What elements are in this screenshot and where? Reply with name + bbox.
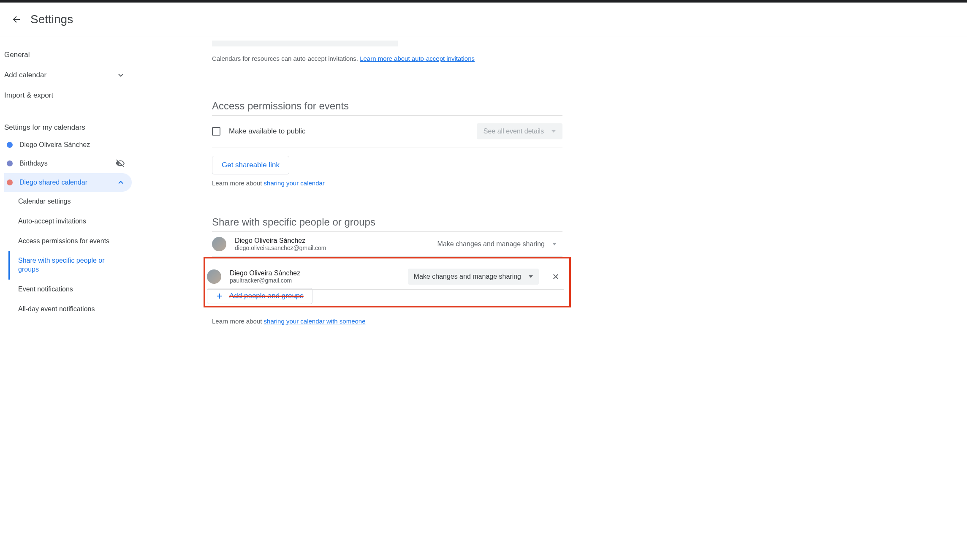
learn-auto-accept-link[interactable]: Learn more about auto-accept invitations [360,55,475,62]
prev-section-remnant [212,41,398,46]
permission-label: Make changes and manage sharing [437,240,545,248]
learn-prefix: Learn more about [212,179,264,187]
make-public-label: Make available to public [229,127,305,136]
auto-accept-caption: Calendars for resources can auto-accept … [212,55,562,62]
sidebar-import-export-label: Import & export [4,91,53,100]
share-person-row: Diego Oliveira Sánchez paultracker@gmail… [207,264,564,290]
subnav-allday-notifications[interactable]: All-day event notifications [8,299,132,319]
plus-icon [216,292,223,300]
sidebar-import-export[interactable]: Import & export [4,85,132,106]
share-person-row-owner: Diego Oliveira Sánchez diego.oliveira.sa… [212,232,562,257]
share-specific-title: Share with specific people or groups [212,216,562,228]
close-icon [552,273,560,280]
person-name: Diego Oliveira Sánchez [235,237,423,245]
get-shareable-link-button[interactable]: Get shareable link [212,156,289,174]
annotation-highlight: Diego Oliveira Sánchez paultracker@gmail… [204,257,571,307]
calendar-label: Diego shared calendar [19,179,110,186]
sidebar-add-calendar[interactable]: Add calendar [4,65,132,85]
subnav-share-specific[interactable]: Share with specific people or groups [8,251,132,280]
calendar-item-birthdays[interactable]: Birthdays [4,154,132,173]
chevron-down-icon [117,71,125,79]
access-permissions-title: Access permissions for events [212,100,562,112]
settings-sidebar: General Add calendar Import & export Set… [0,36,132,371]
subnav-calendar-settings[interactable]: Calendar settings [8,192,132,212]
public-visibility-select: See all event details [477,123,562,139]
arrow-left-icon [12,14,22,24]
learn-prefix: Learn more about [212,318,264,325]
sidebar-general[interactable]: General [4,45,132,65]
subnav-event-notifications[interactable]: Event notifications [8,280,132,299]
sharing-someone-link[interactable]: sharing your calendar with someone [264,318,366,325]
make-public-row: Make available to public See all event d… [212,116,562,147]
calendar-item-shared[interactable]: Diego shared calendar [4,173,132,192]
sidebar-general-label: General [4,51,30,59]
sharing-calendar-link[interactable]: sharing your calendar [264,179,325,187]
add-people-button[interactable]: Add people and groups [207,288,312,304]
calendar-color-dot [7,179,13,185]
calendar-item-diego[interactable]: Diego Oliveira Sánchez [4,136,132,154]
avatar [212,237,226,251]
subnav-auto-accept[interactable]: Auto-accept invitations [8,212,132,231]
subnav-access-permissions[interactable]: Access permissions for events [8,231,132,251]
avatar [207,269,221,284]
auto-accept-text: Calendars for resources can auto-accept … [212,55,360,62]
calendar-label: Diego Oliveira Sánchez [19,141,125,149]
public-visibility-label: See all event details [484,128,544,135]
calendar-label: Birthdays [19,160,109,167]
page-title: Settings [30,13,73,26]
calendar-subnav: Calendar settings Auto-accept invitation… [8,192,132,319]
learn-sharing-someone-caption: Learn more about sharing your calendar w… [212,318,562,325]
sidebar-add-calendar-label: Add calendar [4,71,46,79]
person-email: diego.oliveira.sanchez@gmail.com [235,245,423,251]
visibility-off-icon [116,159,125,168]
permission-select[interactable]: Make changes and manage sharing [408,269,539,285]
permission-select-owner[interactable]: Make changes and manage sharing [432,236,562,252]
learn-sharing-caption: Learn more about sharing your calendar [212,179,562,187]
calendar-color-dot [7,142,13,148]
chevron-up-icon [117,178,125,187]
dropdown-caret-icon [529,275,533,278]
back-button[interactable] [7,9,27,30]
settings-header: Settings [0,3,967,36]
dropdown-caret-icon [552,243,557,245]
make-public-checkbox[interactable] [212,127,220,136]
person-email: paultracker@gmail.com [230,277,399,284]
permission-label: Make changes and manage sharing [414,273,521,280]
sidebar-section-title: Settings for my calendars [4,117,132,136]
calendar-color-dot [7,160,13,166]
settings-content: Calendars for resources can auto-accept … [132,36,588,371]
remove-person-button[interactable] [547,268,564,285]
dropdown-caret-icon [551,130,556,133]
person-name: Diego Oliveira Sánchez [230,269,399,277]
add-people-label: Add people and groups [229,292,304,300]
